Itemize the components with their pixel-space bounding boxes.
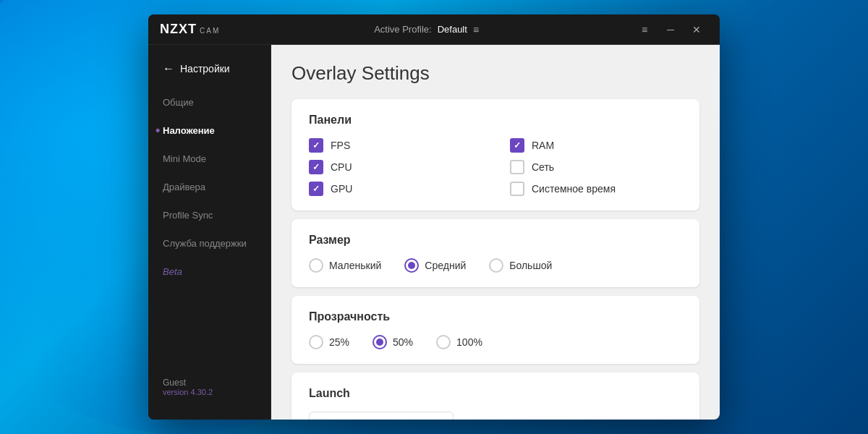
- checkbox-gpu-box[interactable]: ✓: [309, 182, 323, 196]
- active-profile-label: Active Profile:: [374, 24, 431, 35]
- size-card: Размер Маленький Средний Большой: [292, 219, 699, 287]
- sidebar-nav: Общие Наложение Mini Mode Драйвера Profi…: [148, 90, 271, 284]
- transparency-100[interactable]: 100%: [436, 335, 482, 349]
- checkbox-fps[interactable]: ✓ FPS: [309, 138, 481, 153]
- sidebar-item-overlay[interactable]: Наложение: [148, 118, 271, 143]
- sidebar-item-beta[interactable]: Beta: [148, 259, 271, 284]
- sidebar-item-label-beta: Beta: [163, 266, 182, 277]
- sidebar-item-label-overlay: Наложение: [163, 125, 215, 136]
- panels-checkbox-grid: ✓ FPS ✓ RAM ✓: [309, 138, 682, 196]
- transparency-50-dot: [376, 339, 383, 346]
- hotkey-box: Показать горячую клавишу CTRL + O: [309, 412, 454, 420]
- checkbox-ram[interactable]: ✓ RAM: [510, 138, 682, 153]
- checkbox-network[interactable]: Сеть: [510, 160, 682, 174]
- logo-nzxt: NZXT: [160, 22, 197, 37]
- guest-label: Guest: [163, 378, 256, 388]
- checkbox-cpu[interactable]: ✓ CPU: [309, 160, 481, 174]
- size-small-circle[interactable]: [309, 258, 323, 273]
- version-label: version 4.30.2: [163, 388, 256, 396]
- checkbox-fps-box[interactable]: ✓: [309, 138, 323, 153]
- transparency-radio-group: 25% 50% 100%: [309, 335, 682, 349]
- sidebar-item-label-general: Общие: [163, 97, 194, 108]
- sidebar-item-drivers[interactable]: Драйвера: [148, 174, 271, 200]
- size-medium-label: Средний: [425, 260, 466, 271]
- sidebar-item-minimode[interactable]: Mini Mode: [148, 146, 271, 171]
- sidebar-item-profilesync[interactable]: Profile Sync: [148, 203, 271, 228]
- settings-content: Overlay Settings Панели ✓ FPS ✓: [271, 45, 720, 420]
- title-bar: NZXT CAM Active Profile: Default ≡ ≡ ─ ✕: [148, 14, 720, 45]
- menu-button[interactable]: ≡: [633, 18, 656, 41]
- checkbox-network-label: Сеть: [532, 161, 554, 173]
- size-radio-group: Маленький Средний Большой: [309, 258, 682, 273]
- transparency-100-label: 100%: [456, 336, 482, 348]
- close-button[interactable]: ✕: [685, 18, 708, 41]
- transparency-50-label: 50%: [393, 336, 413, 348]
- panels-card: Панели ✓ FPS ✓ RAM: [292, 99, 699, 210]
- sidebar-item-support[interactable]: Служба поддержки: [148, 231, 271, 256]
- size-medium[interactable]: Средний: [404, 258, 466, 273]
- checkbox-systime[interactable]: Системное время: [510, 182, 682, 196]
- checkbox-fps-label: FPS: [331, 140, 350, 151]
- size-medium-circle[interactable]: [404, 258, 419, 273]
- page-title: Overlay Settings: [292, 62, 699, 85]
- size-small-label: Маленький: [329, 260, 381, 271]
- checkbox-cpu-check: ✓: [312, 162, 320, 172]
- checkbox-ram-check: ✓: [514, 140, 521, 150]
- checkbox-cpu-box[interactable]: ✓: [309, 160, 323, 174]
- size-large[interactable]: Большой: [489, 258, 552, 273]
- size-small[interactable]: Маленький: [309, 258, 381, 273]
- title-controls: ≡ ─ ✕: [633, 18, 708, 41]
- sidebar-item-label-support: Служба поддержки: [163, 238, 247, 249]
- panels-title: Панели: [309, 114, 682, 127]
- launch-card: Launch Показать горячую клавишу CTRL + O…: [292, 373, 699, 420]
- transparency-50[interactable]: 50%: [373, 335, 413, 349]
- transparency-25-label: 25%: [329, 336, 349, 348]
- back-arrow-icon: ←: [163, 62, 174, 75]
- sidebar-item-general[interactable]: Общие: [148, 90, 271, 115]
- transparency-title: Прозрачность: [309, 310, 682, 323]
- size-large-label: Большой: [509, 260, 552, 271]
- checkbox-network-box[interactable]: [510, 160, 524, 174]
- title-center: Active Profile: Default ≡: [220, 24, 633, 35]
- active-profile-value: Default: [438, 24, 467, 35]
- checkbox-ram-box[interactable]: ✓: [510, 138, 524, 153]
- checkbox-gpu-check: ✓: [312, 184, 320, 194]
- sidebar-item-label-minimode: Mini Mode: [163, 153, 206, 164]
- app-window: NZXT CAM Active Profile: Default ≡ ≡ ─ ✕…: [148, 14, 720, 420]
- sidebar-bottom: Guest version 4.30.2: [148, 366, 271, 408]
- back-button[interactable]: ← Настройки: [148, 56, 271, 81]
- launch-title: Launch: [309, 387, 682, 400]
- checkbox-cpu-label: CPU: [331, 161, 352, 173]
- sidebar-item-label-profilesync: Profile Sync: [163, 210, 213, 221]
- checkbox-ram-label: RAM: [532, 140, 554, 151]
- launch-grid: Показать горячую клавишу CTRL + O ✓ Авто…: [309, 412, 682, 420]
- transparency-50-circle[interactable]: [373, 335, 387, 349]
- back-label: Настройки: [180, 63, 230, 75]
- logo-cam: CAM: [200, 27, 220, 35]
- transparency-100-circle[interactable]: [436, 335, 451, 349]
- minimize-button[interactable]: ─: [659, 18, 682, 41]
- transparency-25[interactable]: 25%: [309, 335, 349, 349]
- size-title: Размер: [309, 234, 682, 247]
- checkbox-gpu[interactable]: ✓ GPU: [309, 182, 481, 196]
- checkbox-fps-check: ✓: [312, 140, 320, 150]
- app-logo: NZXT CAM: [160, 22, 220, 37]
- transparency-card: Прозрачность 25% 50% 100%: [292, 296, 699, 364]
- main-content: ← Настройки Общие Наложение Mini Mode Др…: [148, 45, 720, 420]
- sidebar: ← Настройки Общие Наложение Mini Mode Др…: [148, 45, 271, 420]
- checkbox-gpu-label: GPU: [331, 183, 352, 195]
- checkbox-systime-box[interactable]: [510, 182, 524, 196]
- size-medium-dot: [408, 262, 415, 269]
- sidebar-item-label-drivers: Драйвера: [163, 182, 205, 192]
- checkbox-systime-label: Системное время: [532, 183, 616, 195]
- transparency-25-circle[interactable]: [309, 335, 323, 349]
- profile-arrows-icon[interactable]: ≡: [473, 24, 479, 35]
- size-large-circle[interactable]: [489, 258, 503, 273]
